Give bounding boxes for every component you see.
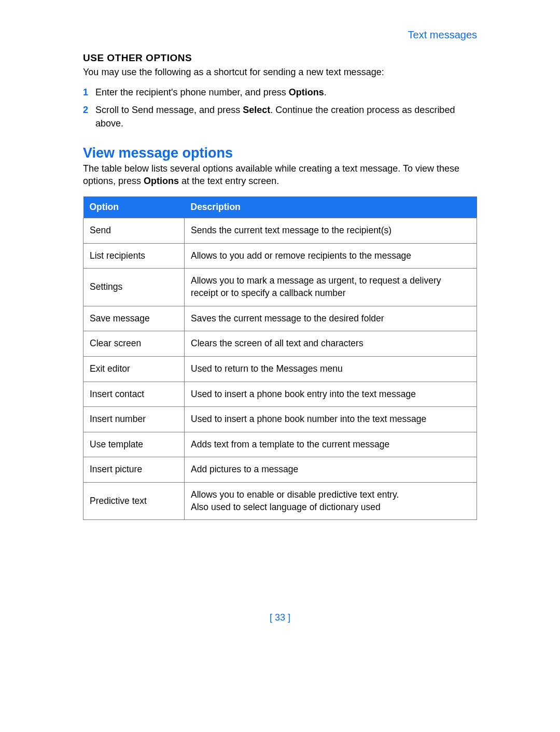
- description-cell: Saves the current message to the desired…: [185, 306, 477, 331]
- option-cell: Clear screen: [83, 331, 185, 357]
- description-cell: Add pictures to a message: [185, 457, 477, 483]
- table-row: Exit editorUsed to return to the Message…: [83, 356, 477, 382]
- intro-bold: Options: [144, 176, 179, 186]
- table-row: Insert numberUsed to insert a phone book…: [83, 407, 477, 432]
- description-cell: Used to return to the Messages menu: [185, 356, 477, 382]
- breadcrumb: Text messages: [83, 29, 477, 41]
- description-cell: Allows you to mark a message as urgent, …: [185, 269, 477, 306]
- table-row: Insert contactUsed to insert a phone boo…: [83, 382, 477, 407]
- option-cell: Predictive text: [83, 483, 185, 520]
- table-row: SettingsAllows you to mark a message as …: [83, 269, 477, 306]
- table-header-row: Option Description: [83, 196, 477, 218]
- table-row: Insert pictureAdd pictures to a message: [83, 457, 477, 483]
- step-number: 1: [83, 86, 88, 99]
- description-cell: Clears the screen of all text and charac…: [185, 331, 477, 357]
- shortcut-steps: 1 Enter the recipient's phone number, an…: [83, 86, 477, 130]
- step-text: Scroll to Send message, and press: [95, 105, 243, 115]
- view-message-options-heading: View message options: [83, 145, 477, 161]
- options-table: Option Description SendSends the current…: [83, 196, 477, 520]
- view-message-options-intro: The table below lists several options av…: [83, 162, 477, 188]
- table-row: Clear screenClears the screen of all tex…: [83, 331, 477, 357]
- description-cell: Sends the current text message to the re…: [185, 218, 477, 244]
- option-cell: Insert picture: [83, 457, 185, 483]
- option-cell: Insert contact: [83, 382, 185, 407]
- option-cell: List recipients: [83, 243, 185, 269]
- step-bold: Select: [243, 105, 270, 115]
- option-cell: Exit editor: [83, 356, 185, 382]
- option-cell: Save message: [83, 306, 185, 331]
- option-cell: Insert number: [83, 407, 185, 432]
- document-page: Text messages USE OTHER OPTIONS You may …: [0, 0, 560, 520]
- description-cell: Adds text from a template to the current…: [185, 432, 477, 457]
- intro-text-after: at the text entry screen.: [179, 176, 279, 186]
- option-cell: Send: [83, 218, 185, 244]
- table-row: Save messageSaves the current message to…: [83, 306, 477, 331]
- description-cell: Allows to you add or remove recipients t…: [185, 243, 477, 269]
- step-2: 2 Scroll to Send message, and press Sele…: [83, 103, 477, 130]
- use-other-options-heading: USE OTHER OPTIONS: [83, 52, 477, 64]
- description-cell: Allows you to enable or disable predicti…: [185, 483, 477, 520]
- step-text-after: .: [324, 87, 327, 97]
- use-other-options-intro: You may use the following as a shortcut …: [83, 66, 477, 78]
- table-row: SendSends the current text message to th…: [83, 218, 477, 244]
- description-cell: Used to insert a phone book number into …: [185, 407, 477, 432]
- step-1: 1 Enter the recipient's phone number, an…: [83, 86, 477, 99]
- step-bold: Options: [289, 87, 324, 97]
- page-number: [ 33 ]: [0, 612, 560, 623]
- option-cell: Settings: [83, 269, 185, 306]
- table-row: Predictive textAllows you to enable or d…: [83, 483, 477, 520]
- step-text: Enter the recipient's phone number, and …: [95, 87, 289, 97]
- table-row: List recipientsAllows to you add or remo…: [83, 243, 477, 269]
- column-header-option: Option: [83, 196, 185, 218]
- description-cell: Used to insert a phone book entry into t…: [185, 382, 477, 407]
- column-header-description: Description: [185, 196, 477, 218]
- table-row: Use templateAdds text from a template to…: [83, 432, 477, 457]
- step-number: 2: [83, 103, 88, 117]
- option-cell: Use template: [83, 432, 185, 457]
